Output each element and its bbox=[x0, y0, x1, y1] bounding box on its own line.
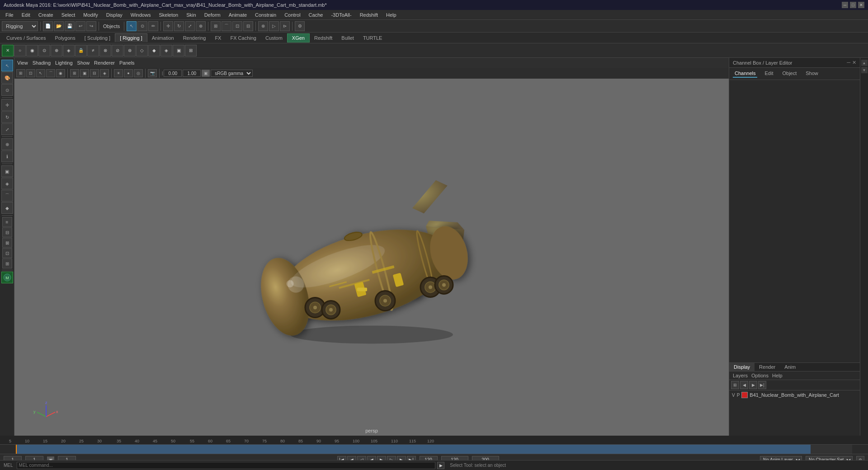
tab-animation[interactable]: Animation bbox=[147, 34, 179, 42]
vp-grid-btn[interactable]: ⊞ bbox=[70, 69, 79, 77]
layer-end-btn[interactable]: ▶| bbox=[758, 381, 766, 389]
paint-btn[interactable]: ✏ bbox=[148, 21, 158, 31]
vp-shading[interactable]: Shading bbox=[33, 60, 51, 66]
vp-cam-btn[interactable]: 📷 bbox=[148, 69, 157, 77]
left-poly-btn[interactable]: ▣ bbox=[1, 165, 13, 177]
tab-curves-surfaces[interactable]: Curves / Surfaces bbox=[2, 34, 50, 42]
open-btn[interactable]: 📂 bbox=[54, 21, 64, 31]
menu-3dtoall[interactable]: -3DToAll- bbox=[327, 11, 355, 19]
vp-light-btn[interactable]: ☀ bbox=[114, 69, 123, 77]
render-settings-btn[interactable]: ⚙ bbox=[295, 21, 305, 31]
layer-fwd-btn[interactable]: ▶ bbox=[749, 381, 757, 389]
left-group1[interactable]: ≡ bbox=[2, 217, 12, 227]
left-rotate-btn[interactable]: ↻ bbox=[1, 111, 13, 123]
vp-smooth-btn[interactable]: ◉ bbox=[56, 69, 65, 77]
icon-bones[interactable]: ≠ bbox=[87, 45, 99, 56]
vp-wire-btn[interactable]: ⌒ bbox=[46, 69, 55, 77]
rotate-btn[interactable]: ↻ bbox=[174, 21, 184, 31]
left-paint-btn[interactable]: 🎨 bbox=[1, 72, 13, 84]
menu-help[interactable]: Help bbox=[382, 11, 400, 19]
snap-view-btn[interactable]: ⊟ bbox=[243, 21, 253, 31]
tab-polygons[interactable]: Polygons bbox=[50, 34, 80, 42]
layer-back-btn[interactable]: ◀ bbox=[740, 381, 748, 389]
maximize-btn[interactable]: □ bbox=[850, 2, 856, 8]
left-scale-btn[interactable]: ⤢ bbox=[1, 123, 13, 135]
icon-cluster[interactable]: ◆ bbox=[148, 45, 160, 56]
left-move-btn[interactable]: ✛ bbox=[1, 99, 13, 111]
left-lasso-btn[interactable]: ⊙ bbox=[1, 84, 13, 96]
snap-point-btn[interactable]: ⊡ bbox=[232, 21, 242, 31]
redo-btn[interactable]: ↪ bbox=[86, 21, 96, 31]
lasso-btn[interactable]: ⊙ bbox=[137, 21, 147, 31]
tab-rigging[interactable]: [ Rigging ] bbox=[115, 33, 147, 42]
menu-skin[interactable]: Skin bbox=[183, 11, 199, 19]
icon-wire[interactable]: ⊙ bbox=[38, 45, 50, 56]
vp-value1[interactable]: 0.00 bbox=[164, 70, 182, 77]
icon-select[interactable]: ✕ bbox=[2, 45, 14, 56]
menu-windows[interactable]: Windows bbox=[127, 11, 155, 19]
close-btn[interactable]: ✕ bbox=[858, 2, 864, 8]
layer-add-btn[interactable]: ⊞ bbox=[731, 381, 739, 389]
menu-control[interactable]: Control bbox=[281, 11, 304, 19]
display-tab-display[interactable]: Display bbox=[729, 363, 755, 371]
ipr-btn[interactable]: ⊳ bbox=[280, 21, 290, 31]
menu-edit[interactable]: Edit bbox=[18, 11, 34, 19]
display-tab-anim[interactable]: Anim bbox=[780, 363, 800, 371]
channel-box-collapse[interactable]: ─ bbox=[847, 60, 850, 66]
tab-fx[interactable]: FX bbox=[210, 34, 226, 42]
render-btn[interactable]: ▷ bbox=[269, 21, 279, 31]
edge-btn2[interactable]: ▼ bbox=[861, 67, 868, 73]
minimize-btn[interactable]: ─ bbox=[842, 2, 848, 8]
layer-p-label[interactable]: P bbox=[737, 393, 740, 398]
universal-btn[interactable]: ⊕ bbox=[196, 21, 206, 31]
vp-lighting[interactable]: Lighting bbox=[55, 60, 73, 66]
icon-nrbs[interactable]: ◈ bbox=[63, 45, 75, 56]
vp-tex-btn[interactable]: ◈ bbox=[100, 69, 109, 77]
tab-fx-caching[interactable]: FX Caching bbox=[226, 34, 260, 42]
history-btn[interactable]: ⊗ bbox=[258, 21, 268, 31]
vp-wire2-btn[interactable]: ⊟ bbox=[90, 69, 99, 77]
scale-btn[interactable]: ⤢ bbox=[185, 21, 195, 31]
vp-frame-btn[interactable]: ⊡ bbox=[26, 69, 35, 77]
menu-constrain[interactable]: Constrain bbox=[251, 11, 280, 19]
menu-skeleton[interactable]: Skeleton bbox=[155, 11, 182, 19]
menu-modify[interactable]: Modify bbox=[80, 11, 101, 19]
mel-execute-btn[interactable]: ▶ bbox=[437, 462, 444, 469]
icon-deform[interactable]: ◇ bbox=[136, 45, 148, 56]
vp-color-btn[interactable]: ▣ bbox=[202, 70, 210, 77]
vp-select-btn[interactable]: ↖ bbox=[36, 69, 45, 77]
tab-show[interactable]: Show bbox=[804, 70, 820, 78]
icon-ik[interactable]: ⊘ bbox=[112, 45, 123, 56]
icon-lock[interactable]: 🔒 bbox=[75, 45, 87, 56]
vp-gamma-select[interactable]: sRGB gamma bbox=[211, 70, 253, 77]
menu-redshift[interactable]: Redshift bbox=[356, 11, 382, 19]
vp-shaded-btn[interactable]: ▣ bbox=[80, 69, 89, 77]
vp-ao-btn[interactable]: ◎ bbox=[134, 69, 143, 77]
vp-shadow-btn[interactable]: ● bbox=[124, 69, 133, 77]
icon-joints[interactable]: ⊗ bbox=[99, 45, 111, 56]
vp-show[interactable]: Show bbox=[77, 60, 90, 66]
channel-box-close[interactable]: ✕ bbox=[852, 60, 856, 66]
select-tool-btn[interactable]: ↖ bbox=[127, 21, 137, 31]
undo-btn[interactable]: ↩ bbox=[75, 21, 85, 31]
window-controls[interactable]: ─ □ ✕ bbox=[842, 2, 864, 8]
layer-v-label[interactable]: V bbox=[732, 393, 735, 398]
tab-object[interactable]: Object bbox=[780, 70, 798, 78]
timeline-bar[interactable] bbox=[16, 445, 852, 454]
icon-eye[interactable]: ○ bbox=[14, 45, 26, 56]
tab-edit[interactable]: Edit bbox=[763, 70, 775, 78]
menu-select[interactable]: Select bbox=[58, 11, 79, 19]
vp-panels[interactable]: Panels bbox=[119, 60, 135, 66]
tab-xgen[interactable]: XGen bbox=[287, 33, 310, 42]
tab-channels[interactable]: Channels bbox=[733, 70, 757, 78]
tab-sculpting[interactable]: [ Sculpting ] bbox=[80, 34, 115, 42]
menu-display[interactable]: Display bbox=[103, 11, 126, 19]
snap-grid-btn[interactable]: ⊞ bbox=[211, 21, 221, 31]
left-group2[interactable]: ⊟ bbox=[2, 227, 12, 237]
left-group4[interactable]: ⊡ bbox=[2, 248, 12, 258]
tab-bullet[interactable]: Bullet bbox=[337, 34, 359, 42]
layers-tab-help[interactable]: Help bbox=[772, 373, 783, 378]
move-btn[interactable]: ✛ bbox=[163, 21, 173, 31]
left-group5[interactable]: ⊞ bbox=[2, 258, 12, 268]
snap-curve-btn[interactable]: ⌒ bbox=[222, 21, 231, 31]
